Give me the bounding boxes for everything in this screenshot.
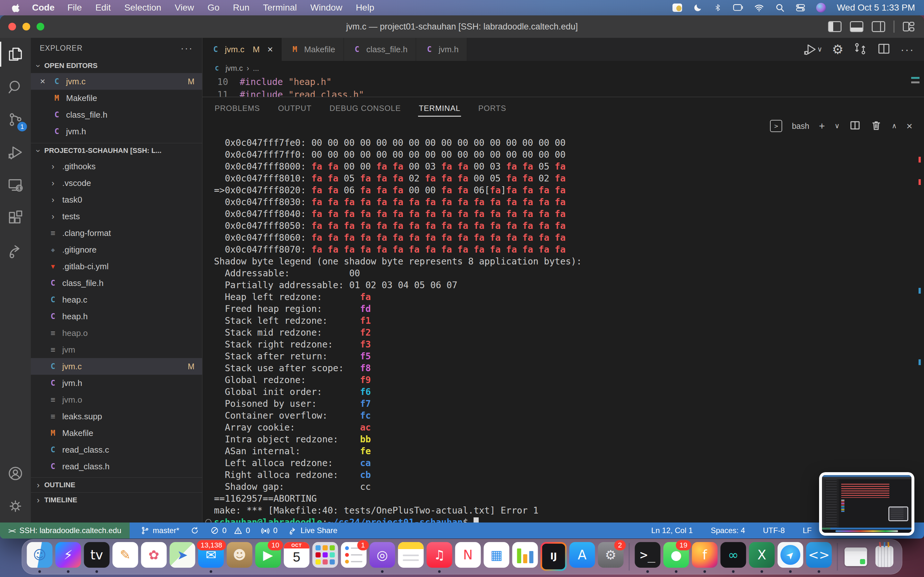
chevron-down-icon[interactable]: ∨	[835, 122, 840, 130]
apple-menu-icon[interactable]	[11, 3, 21, 13]
breadcrumb[interactable]: C jvm.c › ...	[202, 61, 924, 76]
activity-explorer[interactable]	[0, 38, 31, 71]
open-editors-header[interactable]: › OPEN EDITORS	[31, 58, 202, 73]
open-editor-jvm.h[interactable]: Cjvm.h	[31, 123, 202, 140]
dock-safari[interactable]: ➤	[777, 541, 804, 573]
dock-messenger[interactable]: ⚡	[55, 541, 81, 573]
sync-button[interactable]	[190, 526, 199, 535]
dock-calendar[interactable]: OCT5	[284, 541, 310, 573]
tree-item-leaks.supp[interactable]: ≡leaks.supp	[31, 408, 202, 425]
line-col-indicator[interactable]: Ln 12, Col 1	[651, 526, 693, 535]
customize-layout-icon[interactable]	[903, 22, 914, 31]
dock-firefox[interactable]: f	[692, 541, 718, 573]
tree-item-jvm.h[interactable]: Cjvm.h	[31, 375, 202, 392]
panel-tab-terminal[interactable]: TERMINAL	[418, 99, 461, 117]
dock-apple-tv[interactable]: tv	[84, 541, 110, 573]
dock-app-store[interactable]: A	[569, 541, 596, 573]
menu-help[interactable]: Help	[356, 3, 375, 13]
dock-minimized-window[interactable]	[843, 541, 869, 573]
dock-excel[interactable]: X	[749, 541, 775, 573]
split-editor-icon[interactable]	[877, 42, 891, 57]
activity-remote-explorer[interactable]	[0, 169, 31, 201]
dock-contacts[interactable]: ☻	[226, 541, 253, 573]
tree-item-.gitlab-ci.yml[interactable]: ▼.gitlab-ci.yml	[31, 258, 202, 275]
close-icon[interactable]: ×	[38, 76, 47, 87]
close-panel-icon[interactable]: ×	[906, 120, 913, 132]
dock-music[interactable]: ♫	[426, 541, 453, 573]
do-not-disturb-icon[interactable]	[693, 3, 703, 13]
remote-indicator[interactable]: >< SSH: labradoodle.caltech.edu	[0, 522, 129, 538]
dock-mail[interactable]: ✉13,138	[198, 541, 224, 573]
tab-Makefile[interactable]: MMakefile	[282, 38, 344, 61]
run-debug-button[interactable]: ∨	[803, 42, 822, 56]
panel-tab-problems[interactable]: PROBLEMS	[214, 99, 260, 117]
screen-mirroring-icon[interactable]	[733, 3, 743, 13]
explorer-more-icon[interactable]: ···	[181, 43, 193, 53]
tab-jvm.c[interactable]: Cjvm.cM×	[202, 38, 282, 61]
tree-item-jvm.o[interactable]: ≡jvm.o	[31, 392, 202, 408]
siri-icon[interactable]	[816, 3, 826, 13]
dock-messages[interactable]: ●19	[663, 541, 690, 573]
terminal-output[interactable]: 0x0c047fff7fe0: 00 00 00 00 00 00 00 00 …	[202, 132, 924, 522]
maximize-panel-icon[interactable]: ∧	[892, 122, 897, 130]
close-icon[interactable]: ×	[267, 44, 273, 55]
menu-file[interactable]: File	[67, 3, 82, 13]
split-terminal-icon[interactable]	[849, 119, 861, 132]
ports-indicator[interactable]: 0	[261, 526, 277, 535]
tree-item-heap.o[interactable]: ≡heap.o	[31, 325, 202, 342]
menubar-app-icon[interactable]	[672, 3, 682, 12]
editor-code-strip[interactable]: 10#include "heap.h"11#include "read_clas…	[202, 76, 924, 97]
menu-run[interactable]: Run	[233, 3, 249, 13]
dock-reminders[interactable]: 1	[341, 541, 367, 573]
panel-tab-ports[interactable]: PORTS	[478, 99, 507, 117]
compare-changes-icon[interactable]	[853, 42, 867, 57]
menu-edit[interactable]: Edit	[95, 3, 111, 13]
menu-app-name[interactable]: Code	[32, 3, 55, 13]
problems-indicator[interactable]: 0 0	[210, 526, 250, 535]
toggle-sidebar-icon[interactable]	[828, 21, 842, 32]
tab-class_file.h[interactable]: Cclass_file.h	[344, 38, 417, 61]
indentation-indicator[interactable]: Spaces: 4	[711, 526, 745, 535]
outline-header[interactable]: › OUTLINE	[31, 477, 202, 492]
dock-facetime[interactable]: ▶10	[255, 541, 281, 573]
dock-pages[interactable]: ✎	[112, 541, 139, 573]
panel-tab-output[interactable]: OUTPUT	[277, 99, 312, 117]
dock-notes[interactable]	[398, 541, 424, 573]
title-bar[interactable]: jvm.c — project01-schauhan [SSH: labrado…	[0, 15, 924, 38]
screen-share-pip[interactable]	[819, 472, 914, 536]
tree-item-heap.h[interactable]: Cheap.h	[31, 308, 202, 325]
dock-numbers[interactable]	[512, 541, 538, 573]
eol-indicator[interactable]: LF	[803, 526, 812, 535]
menu-go[interactable]: Go	[208, 3, 220, 13]
tree-item-task0[interactable]: ›task0	[31, 191, 202, 208]
bluetooth-icon[interactable]	[714, 3, 722, 13]
kill-terminal-icon[interactable]	[871, 119, 882, 132]
dock-finder[interactable]: ☺	[27, 541, 53, 573]
activity-source-control[interactable]: 1	[0, 103, 31, 136]
encoding-indicator[interactable]: UTF-8	[763, 526, 785, 535]
tree-item-heap.c[interactable]: Cheap.c	[31, 292, 202, 308]
open-editor-jvm.c[interactable]: ×Cjvm.cM	[31, 73, 202, 90]
menu-window[interactable]: Window	[310, 3, 342, 13]
menu-clock[interactable]: Wed Oct 5 1:33 PM	[837, 3, 915, 13]
timeline-header[interactable]: › TIMELINE	[31, 492, 202, 508]
live-share-button[interactable]: Live Share	[288, 526, 338, 535]
dock-launchpad[interactable]	[312, 541, 338, 573]
tree-item-jvm[interactable]: ≡jvm	[31, 342, 202, 358]
tree-item-jvm.c[interactable]: Cjvm.cM	[31, 358, 202, 375]
tree-item-class_file.h[interactable]: Cclass_file.h	[31, 275, 202, 292]
toggle-panel-icon[interactable]	[850, 21, 863, 32]
open-editor-class_file.h[interactable]: Cclass_file.h	[31, 106, 202, 123]
activity-search[interactable]	[0, 71, 31, 103]
manage-button[interactable]	[0, 490, 31, 522]
shell-name[interactable]: bash	[792, 121, 809, 131]
dock-keynote[interactable]: ▦	[483, 541, 510, 573]
tree-item-Makefile[interactable]: MMakefile	[31, 425, 202, 442]
dock-maps[interactable]: ➤	[170, 541, 196, 573]
dock-trash[interactable]	[871, 541, 898, 573]
dock-podcasts[interactable]: ◎	[369, 541, 396, 573]
tree-item-.githooks[interactable]: ›.githooks	[31, 158, 202, 175]
tree-item-read_class.c[interactable]: Cread_class.c	[31, 442, 202, 458]
dock-intellij[interactable]: IJ	[541, 541, 567, 573]
tree-item-.gitignore[interactable]: ◆.gitignore	[31, 242, 202, 258]
